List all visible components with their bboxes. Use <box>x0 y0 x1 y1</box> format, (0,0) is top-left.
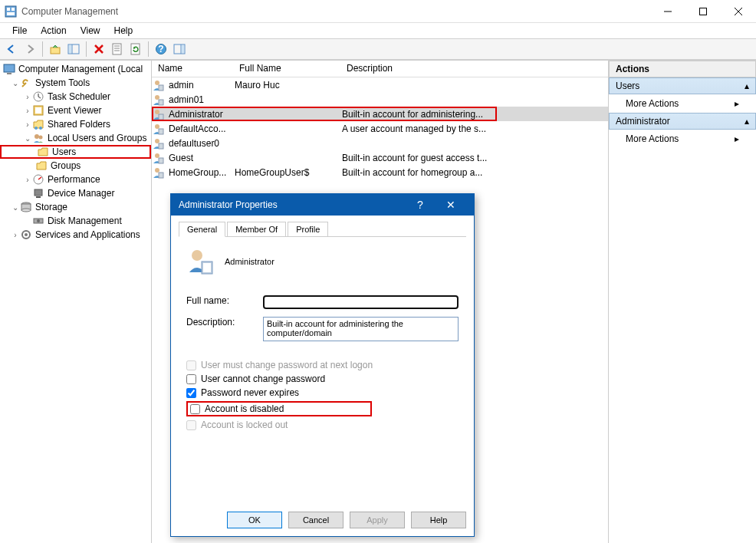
expand-icon[interactable]: › <box>23 107 32 115</box>
svg-point-34 <box>39 136 43 140</box>
chk-cannotchange-row[interactable]: User cannot change password <box>186 374 459 384</box>
apply-button[interactable]: Apply <box>350 512 405 528</box>
chk-mustchange <box>186 360 196 370</box>
window-title: Computer Management <box>21 6 650 17</box>
col-fullname[interactable]: Full Name <box>233 61 340 77</box>
svg-rect-59 <box>159 173 163 178</box>
svg-rect-53 <box>159 129 163 134</box>
user-icon <box>152 94 164 106</box>
minimize-button[interactable] <box>650 0 685 22</box>
user-row[interactable]: admin01 <box>152 92 608 107</box>
tree-groups[interactable]: Groups <box>0 159 151 173</box>
disk-icon <box>32 215 44 227</box>
menu-help[interactable]: Help <box>108 24 140 38</box>
delete-button[interactable] <box>90 41 107 58</box>
show-hide-tree-button[interactable] <box>65 41 82 58</box>
chk-disabled[interactable] <box>190 404 200 414</box>
dialog-close-button[interactable]: ✕ <box>436 199 466 211</box>
svg-rect-62 <box>203 263 211 272</box>
svg-rect-23 <box>182 45 184 53</box>
close-button[interactable] <box>721 0 756 22</box>
user-row[interactable]: HomeGroup...HomeGroupUser$Built-in accou… <box>152 165 608 179</box>
dialog-titlebar[interactable]: Administrator Properties ? ✕ <box>171 194 474 216</box>
user-row[interactable]: AdministratorBuilt-in account for admini… <box>152 107 608 121</box>
tree-devicemgr[interactable]: Device Manager <box>0 186 151 200</box>
actions-admin-section[interactable]: Administrator▴ <box>609 113 756 130</box>
collapse-icon[interactable]: ⌄ <box>11 79 20 87</box>
back-button[interactable] <box>3 41 20 58</box>
dialog-help-btn[interactable]: Help <box>411 512 466 528</box>
user-row[interactable]: adminMauro Huc <box>152 77 608 92</box>
chk-cannotchange[interactable] <box>186 374 196 384</box>
actions-users-section[interactable]: Users▴ <box>609 77 756 94</box>
menu-file[interactable]: File <box>6 24 33 38</box>
up-button[interactable] <box>47 41 64 58</box>
sharedfolder-icon <box>32 118 44 130</box>
svg-rect-1 <box>7 8 10 11</box>
user-icon <box>152 123 164 135</box>
chevron-right-icon: ▸ <box>735 133 739 144</box>
toolbar: ? <box>0 38 756 60</box>
col-description[interactable]: Description <box>340 61 608 77</box>
storage-icon <box>20 201 32 213</box>
description-input[interactable] <box>263 317 459 341</box>
forward-button[interactable] <box>21 41 38 58</box>
svg-point-52 <box>155 124 159 129</box>
tree-root[interactable]: Computer Management (Local <box>0 62 151 76</box>
actions-header: Actions <box>609 61 756 77</box>
collapse-icon: ▴ <box>744 116 749 127</box>
menu-action[interactable]: Action <box>35 24 72 38</box>
tree-users[interactable]: Users <box>0 145 151 159</box>
ok-button[interactable]: OK <box>227 512 282 528</box>
refresh-button[interactable] <box>127 41 144 58</box>
user-row[interactable]: DefaultAcco...A user account managed by … <box>152 121 608 136</box>
cell-description: Built-in account for guest access t... <box>339 153 608 163</box>
computer-mgmt-icon <box>3 63 15 75</box>
dialog-help-button[interactable]: ? <box>405 199 436 211</box>
expand-icon[interactable]: › <box>23 120 32 129</box>
fullname-input[interactable] <box>263 295 459 309</box>
user-row[interactable]: defaultuser0 <box>152 136 608 150</box>
tree-localusers[interactable]: ⌄Local Users and Groups <box>0 131 151 145</box>
eventviewer-icon <box>32 104 44 117</box>
cell-name: admin <box>166 80 232 90</box>
expand-icon[interactable]: › <box>11 231 20 239</box>
properties-button[interactable] <box>109 41 126 58</box>
expand-icon[interactable]: › <box>23 93 32 101</box>
user-row[interactable]: GuestBuilt-in account for guest access t… <box>152 150 608 165</box>
tree-services[interactable]: ›Services and Applications <box>0 228 151 242</box>
services-icon <box>20 229 32 241</box>
tab-memberof[interactable]: Member Of <box>227 222 286 236</box>
folder-icon <box>37 146 49 158</box>
expand-icon[interactable]: › <box>23 176 32 184</box>
cancel-button[interactable]: Cancel <box>288 512 343 528</box>
tree-taskscheduler[interactable]: ›Task Scheduler <box>0 90 151 104</box>
chk-neverexpire[interactable] <box>186 388 196 398</box>
tree-systools[interactable]: ⌄System Tools <box>0 76 151 90</box>
tree-performance[interactable]: ›Performance <box>0 173 151 186</box>
show-hide-action-button[interactable] <box>171 41 188 58</box>
tab-general[interactable]: General <box>179 222 225 237</box>
actions-more1[interactable]: More Actions▸ <box>609 94 756 113</box>
actions-more2[interactable]: More Actions▸ <box>609 130 756 148</box>
svg-rect-24 <box>4 64 15 72</box>
tree-eventviewer[interactable]: ›Event Viewer <box>0 104 151 117</box>
svg-rect-55 <box>159 143 163 149</box>
tree-storage[interactable]: ⌄Storage <box>0 200 151 214</box>
menu-view[interactable]: View <box>74 24 107 38</box>
tab-profile[interactable]: Profile <box>288 222 328 236</box>
titlebar: Computer Management <box>0 0 756 23</box>
tree-pane[interactable]: Computer Management (Local ⌄System Tools… <box>0 61 152 543</box>
help-button[interactable]: ? <box>153 41 169 58</box>
list-header: Name Full Name Description <box>152 61 608 77</box>
collapse-icon[interactable]: ⌄ <box>11 203 20 212</box>
chk-disabled-row[interactable]: Account is disabled <box>190 403 284 414</box>
tools-icon <box>20 77 32 89</box>
maximize-button[interactable] <box>685 0 721 22</box>
col-name[interactable]: Name <box>152 61 233 77</box>
tree-sharedfolders[interactable]: ›Shared Folders <box>0 117 151 131</box>
collapse-icon[interactable]: ⌄ <box>23 134 32 143</box>
cell-name: HomeGroup... <box>166 167 232 178</box>
chk-neverexpire-row[interactable]: Password never expires <box>186 387 459 398</box>
tree-diskmgmt[interactable]: Disk Management <box>0 214 151 228</box>
